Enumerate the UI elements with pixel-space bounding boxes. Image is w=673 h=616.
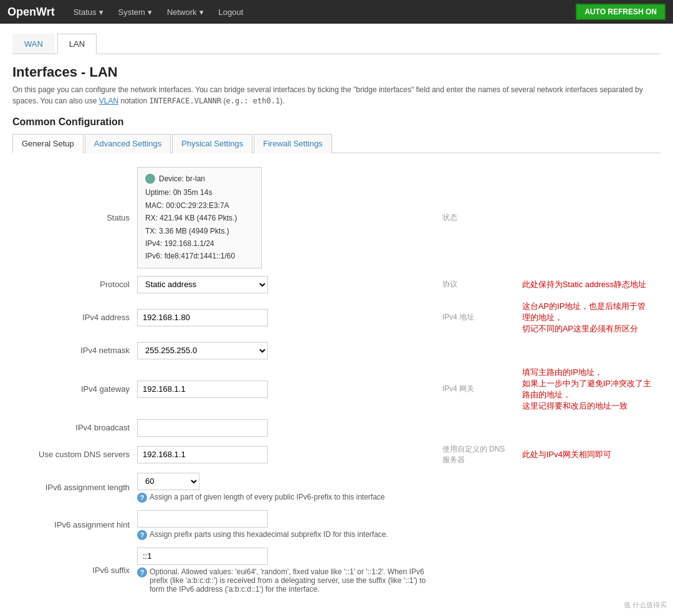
vlan-link[interactable]: VLAN: [99, 97, 118, 105]
ipv6-assignment-hint-label: IPv6 assignment hint: [12, 506, 137, 544]
ipv4-address-input[interactable]: [137, 309, 268, 326]
status-device: Device: br-lan: [159, 173, 205, 185]
ipv6-assignment-hint-input[interactable]: [137, 510, 268, 528]
tab-wan[interactable]: WAN: [12, 34, 55, 54]
help-icon-3: ?: [137, 567, 147, 577]
tab-lan[interactable]: LAN: [57, 34, 97, 54]
custom-dns-row: Use custom DNS servers 使用自定义的 DNS 服务器 此处…: [12, 440, 661, 469]
nav-status[interactable]: Status ▾: [67, 4, 110, 21]
page-title: Interfaces - LAN: [12, 64, 661, 80]
ipv4-gateway-cell: [137, 363, 435, 415]
nav-logout[interactable]: Logout: [212, 4, 250, 21]
protocol-cn-label: 协议: [435, 272, 515, 297]
status-label: Status: [12, 163, 137, 272]
custom-dns-cell: [137, 440, 435, 469]
nav-menu: Status ▾ System ▾ Network ▾ Logout: [67, 4, 576, 21]
ipv6-suffix-row: IPv6 suffix ? Optional. Allowed values: …: [12, 544, 661, 597]
help-icon: ?: [137, 493, 147, 503]
protocol-control-cell: Static address DHCP client DHCPv6 client…: [137, 272, 435, 297]
interface-tab-bar: WAN LAN: [12, 34, 661, 54]
watermark: 值 什么值得买: [624, 600, 667, 607]
ipv6-suffix-label: IPv6 suffix: [12, 544, 137, 597]
ipv4-gateway-row: IPv4 gateway IPv4 网关 填写主路由的IP地址， 如果上一步中为…: [12, 363, 661, 415]
ipv4-gateway-cn-label: IPv4 网关: [435, 363, 515, 415]
section-title: Common Configuration: [12, 116, 661, 128]
ipv4-broadcast-input[interactable]: [137, 419, 268, 437]
status-cn-label: 状态: [435, 163, 515, 272]
status-tx: TX: 3.36 MB (4949 Pkts.): [145, 225, 254, 237]
status-ipv6: IPv6: fde8:417d:1441::1/60: [145, 250, 254, 262]
status-uptime: Uptime: 0h 35m 14s: [145, 186, 254, 199]
ipv6-assignment-length-row: IPv6 assignment length 60 48 56 64 ? Ass…: [12, 469, 661, 506]
ipv4-address-cell: [137, 297, 435, 338]
ipv4-address-row: IPv4 address IPv4 地址 这台AP的IP地址，也是后续用于管理的…: [12, 297, 661, 338]
config-tab-bar: General Setup Advanced Settings Physical…: [12, 134, 661, 153]
status-icon: [145, 174, 155, 184]
ipv4-address-comment: 这台AP的IP地址，也是后续用于管理的地址， 切记不同的AP这里必须有所区分: [515, 297, 661, 338]
nav-system[interactable]: System ▾: [112, 4, 158, 21]
ipv6-assignment-hint-row: IPv6 assignment hint ? Assign prefix par…: [12, 506, 661, 544]
ipv4-gateway-label: IPv4 gateway: [12, 363, 137, 415]
main-content: WAN LAN Interfaces - LAN On this page yo…: [0, 24, 673, 607]
protocol-select[interactable]: Static address DHCP client DHCPv6 client…: [137, 276, 268, 293]
ipv6-assignment-length-help: ? Assign a part of given length of every…: [137, 493, 435, 503]
ipv4-address-label: IPv4 address: [12, 297, 137, 338]
ipv4-gateway-input[interactable]: [137, 381, 268, 398]
status-box: Device: br-lan Uptime: 0h 35m 14s MAC: 0…: [137, 167, 262, 268]
status-box-cell: Device: br-lan Uptime: 0h 35m 14s MAC: 0…: [137, 163, 435, 272]
ipv6-suffix-help: ? Optional. Allowed values: 'eui64', 'ra…: [137, 567, 435, 594]
ipv4-broadcast-label: IPv4 broadcast: [12, 415, 137, 440]
ipv4-netmask-select[interactable]: 255.255.255.0 255.255.0.0 255.0.0.0: [137, 342, 268, 359]
custom-dns-comment: 此处与IPv4网关相同即可: [515, 440, 661, 469]
custom-dns-cn-label: 使用自定义的 DNS 服务器: [435, 440, 515, 469]
status-row: Status Device: br-lan Uptime: 0h 35m 14s…: [12, 163, 661, 272]
ipv6-assignment-length-cell: 60 48 56 64 ? Assign a part of given len…: [137, 469, 435, 506]
tab-advanced-settings[interactable]: Advanced Settings: [85, 134, 171, 153]
page-description: On this page you can configure the netwo…: [12, 84, 661, 107]
custom-dns-input[interactable]: [137, 446, 268, 463]
ipv4-netmask-label: IPv4 netmask: [12, 338, 137, 363]
status-mac: MAC: 00:0C:29:23:E3:7A: [145, 199, 254, 212]
ipv4-netmask-cell: 255.255.255.0 255.255.0.0 255.0.0.0: [137, 338, 435, 363]
protocol-label: Protocol: [12, 272, 137, 297]
ipv4-broadcast-cell: [137, 415, 435, 440]
custom-dns-label: Use custom DNS servers: [12, 440, 137, 469]
tab-firewall-settings[interactable]: Firewall Settings: [254, 134, 332, 153]
ipv6-assignment-hint-cell: ? Assign prefix parts using this hexadec…: [137, 506, 435, 544]
protocol-comment: 此处保持为Static address静态地址: [515, 272, 661, 297]
ipv6-assignment-length-label: IPv6 assignment length: [12, 469, 137, 506]
ipv4-gateway-comment: 填写主路由的IP地址， 如果上一步中为了避免IP冲突改了主路由的地址， 这里记得…: [515, 363, 661, 415]
ipv6-suffix-input[interactable]: [137, 547, 268, 565]
ipv6-assignment-length-select[interactable]: 60 48 56 64: [137, 473, 199, 490]
brand-logo: OpenWrt: [7, 6, 55, 19]
navbar: OpenWrt Status ▾ System ▾ Network ▾ Logo…: [0, 0, 673, 24]
nav-network[interactable]: Network ▾: [161, 4, 210, 21]
ipv6-suffix-cell: ? Optional. Allowed values: 'eui64', 'ra…: [137, 544, 435, 597]
status-ipv4: IPv4: 192.168.1.1/24: [145, 237, 254, 250]
ipv4-address-cn-label: IPv4 地址: [435, 297, 515, 338]
status-rx: RX: 421.94 KB (4476 Pkts.): [145, 212, 254, 224]
tab-physical-settings[interactable]: Physical Settings: [172, 134, 252, 153]
ipv4-broadcast-row: IPv4 broadcast: [12, 415, 661, 440]
auto-refresh-button[interactable]: AUTO REFRESH ON: [576, 4, 666, 20]
protocol-row: Protocol Static address DHCP client DHCP…: [12, 272, 661, 297]
tab-general-setup[interactable]: General Setup: [12, 134, 84, 153]
ipv4-netmask-row: IPv4 netmask 255.255.255.0 255.255.0.0 2…: [12, 338, 661, 363]
config-form: Status Device: br-lan Uptime: 0h 35m 14s…: [12, 163, 661, 597]
help-icon-2: ?: [137, 530, 147, 540]
ipv6-assignment-hint-help: ? Assign prefix parts using this hexadec…: [137, 530, 435, 540]
